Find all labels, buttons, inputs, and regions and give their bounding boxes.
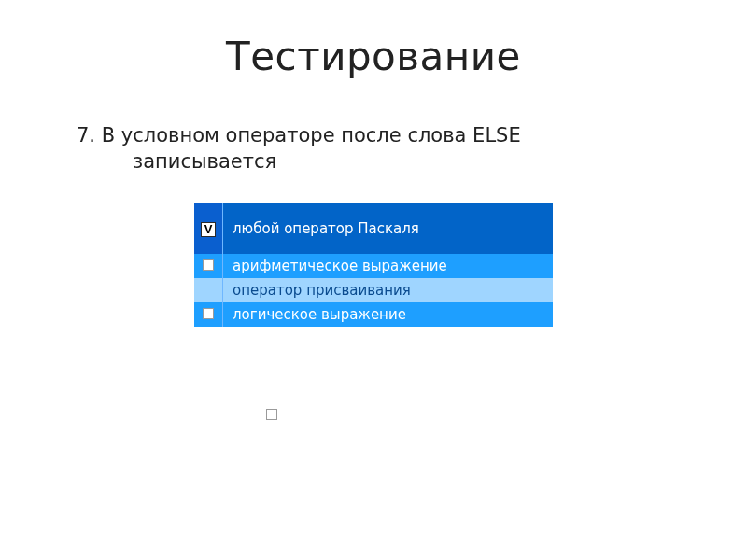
answer-checkbox-cell[interactable] <box>194 302 223 327</box>
checkbox-icon[interactable] <box>203 259 214 271</box>
answer-checkbox-cell[interactable] <box>194 278 223 302</box>
answer-label: логическое выражение <box>223 302 554 327</box>
answer-row[interactable]: арифметическое выражение <box>194 254 553 278</box>
answers-table: V любой оператор Паскаля арифметическое … <box>194 203 553 327</box>
stray-checkbox-icon <box>266 409 277 420</box>
answer-row[interactable]: логическое выражение <box>194 302 553 327</box>
question-line2: записывается <box>77 148 627 175</box>
question-text: 7. В условном операторе после слова ELSE… <box>77 122 627 175</box>
checkbox-icon[interactable]: V <box>201 222 216 237</box>
answer-label: любой оператор Паскаля <box>223 203 554 254</box>
answer-label: оператор присваивания <box>223 278 554 302</box>
checkbox-icon[interactable] <box>203 308 214 319</box>
question-line1: В условном операторе после слова ELSE <box>102 124 521 147</box>
question-number: 7. <box>77 124 95 147</box>
answer-label: арифметическое выражение <box>223 254 554 278</box>
answer-checkbox-cell[interactable] <box>194 254 223 278</box>
answer-row[interactable]: V любой оператор Паскаля <box>194 203 553 254</box>
answer-row[interactable]: оператор присваивания <box>194 278 553 302</box>
answer-checkbox-cell[interactable]: V <box>194 203 223 254</box>
slide: Тестирование 7. В условном операторе пос… <box>0 0 747 560</box>
page-title: Тестирование <box>0 0 747 79</box>
